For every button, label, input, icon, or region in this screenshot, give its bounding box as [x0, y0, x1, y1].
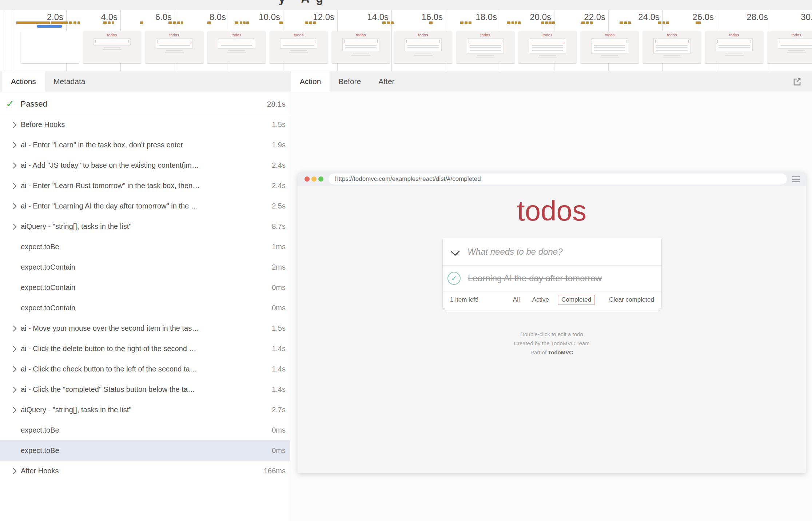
- action-tick-mark: [181, 21, 183, 24]
- action-row[interactable]: ai - Enter "Learning AI the day after to…: [0, 196, 290, 216]
- thumbnail-mini-card: [467, 38, 504, 54]
- todo-item[interactable]: ✓ Learning AI the day after tomorrow: [443, 266, 661, 291]
- expand-chevron-icon[interactable]: [11, 183, 17, 189]
- action-row[interactable]: ai - Enter "Learn" in the task box, don'…: [0, 135, 290, 155]
- action-row-label: aiQuery - "string[], tasks in the list": [21, 222, 270, 231]
- action-row[interactable]: After Hooks166ms: [0, 461, 290, 481]
- address-bar[interactable]: https://todomvc.com/examples/react/dist/…: [329, 174, 787, 184]
- expand-chevron-icon[interactable]: [11, 122, 17, 128]
- action-row[interactable]: expect.toContain0ms: [0, 298, 290, 318]
- tab-actions[interactable]: Actions: [2, 71, 45, 92]
- action-row-label: aiQuery - "string[], tasks in the list": [21, 406, 270, 414]
- action-tick-mark: [382, 21, 386, 24]
- action-row-label: ai - Click the delete button to the righ…: [21, 345, 270, 353]
- todomvc-link[interactable]: TodoMVC: [548, 349, 573, 355]
- thumbnail-mini-card: [591, 38, 628, 54]
- action-row[interactable]: expect.toBe1ms: [0, 236, 290, 257]
- action-tick-mark: [108, 21, 111, 24]
- thumbnail-mini-task-line: [345, 47, 377, 48]
- thumbnail-mini-hint-line: [414, 55, 433, 56]
- action-row[interactable]: ai - Move your mouse over the second ite…: [0, 318, 290, 338]
- filmstrip-thumbnail[interactable]: todos: [145, 31, 203, 63]
- filmstrip-thumbnail[interactable]: todos: [643, 31, 701, 63]
- action-row[interactable]: expect.toBe0ms: [0, 440, 290, 461]
- filter-active[interactable]: Active: [529, 295, 553, 305]
- action-tick-mark: [69, 21, 72, 24]
- expand-chevron-icon[interactable]: [11, 142, 17, 148]
- thumbnail-mini-hint-line: [662, 57, 681, 58]
- expand-chevron-icon[interactable]: [11, 346, 17, 352]
- expand-chevron-icon[interactable]: [11, 224, 17, 230]
- expand-chevron-icon[interactable]: [11, 387, 17, 393]
- thumbnail-mini-input: [593, 40, 626, 43]
- todomvc-app: todos What needs to be done? ✓ Learning …: [298, 186, 806, 473]
- timeline[interactable]: 2.0s4.0s6.0s8.0s10.0s12.0s14.0s16.0s18.0…: [0, 0, 812, 71]
- tab-before[interactable]: Before: [330, 71, 370, 92]
- filmstrip-thumbnail[interactable]: todos: [518, 31, 577, 63]
- filmstrip-thumbnail[interactable]: todos: [270, 31, 328, 63]
- filmstrip-thumbnail[interactable]: todos: [207, 31, 266, 63]
- todo-completed-check-icon[interactable]: ✓: [447, 272, 461, 285]
- action-row[interactable]: ai - Enter "Learn Rust tomorrow" in the …: [0, 175, 290, 196]
- action-tick-mark: [469, 21, 471, 24]
- open-in-new-tab-icon[interactable]: [792, 76, 803, 87]
- filmstrip-thumbnail[interactable]: todos: [581, 31, 639, 63]
- action-row[interactable]: ai - Click the check button to the left …: [0, 359, 290, 379]
- filmstrip-thumbnail[interactable]: todos: [767, 31, 812, 63]
- expand-chevron-icon[interactable]: [11, 163, 17, 169]
- thumbnail-mini-input: [95, 40, 129, 43]
- action-row[interactable]: ai - Click the delete button to the righ…: [0, 338, 290, 359]
- action-row[interactable]: expect.toBe0ms: [0, 420, 290, 440]
- action-row[interactable]: ai - Add "JS today" to base on the exist…: [0, 155, 290, 175]
- action-row[interactable]: expect.toContain0ms: [0, 277, 290, 298]
- thumbnail-mini-task-line: [283, 45, 314, 46]
- hint-credits: Created by the TodoMVC Team: [298, 339, 806, 348]
- new-todo-placeholder: What needs to be done?: [467, 247, 563, 257]
- selected-action-time-bar: [37, 25, 62, 28]
- thumbnail-mini-card: [716, 38, 753, 51]
- action-row[interactable]: aiQuery - "string[], tasks in the list"2…: [0, 399, 290, 420]
- expand-chevron-icon[interactable]: [11, 326, 17, 332]
- tab-after[interactable]: After: [370, 71, 403, 92]
- filmstrip-thumbnail[interactable]: [21, 31, 79, 63]
- new-todo-input[interactable]: What needs to be done?: [443, 238, 661, 266]
- traffic-light-close-icon: [304, 176, 310, 182]
- expand-chevron-icon[interactable]: [11, 366, 17, 373]
- thumbnail-mini-task-line: [159, 45, 190, 46]
- action-tick-mark: [305, 21, 308, 24]
- action-tick-mark: [168, 21, 172, 24]
- timeline-origin-line: [4, 10, 4, 71]
- filmstrip-thumbnail[interactable]: todos: [332, 31, 390, 63]
- tab-action[interactable]: Action: [291, 71, 330, 92]
- tab-metadata[interactable]: Metadata: [45, 71, 94, 92]
- thumbnail-mini-task-line: [594, 47, 625, 48]
- timeline-tick-label: 10.0s: [226, 12, 280, 22]
- action-row[interactable]: Before Hooks1.5s: [0, 114, 290, 135]
- clear-completed-button[interactable]: Clear completed: [609, 296, 654, 303]
- action-tick-mark: [662, 21, 665, 24]
- timeline-tick-label: 14.0s: [334, 12, 389, 22]
- action-row-duration: 1.9s: [272, 141, 286, 149]
- expand-chevron-icon[interactable]: [11, 203, 17, 210]
- toggle-all-chevron-icon[interactable]: [450, 247, 459, 256]
- action-row[interactable]: aiQuery - "string[], tasks in the list"8…: [0, 216, 290, 236]
- expand-chevron-icon[interactable]: [11, 407, 17, 413]
- action-tick-mark: [246, 21, 249, 24]
- action-tick-mark: [429, 21, 433, 24]
- thumbnail-mini-input: [344, 40, 378, 43]
- action-row[interactable]: expect.toContain2ms: [0, 257, 290, 277]
- action-row-label: Before Hooks: [21, 120, 270, 129]
- filter-all[interactable]: All: [509, 295, 524, 305]
- action-row-duration: 2ms: [272, 263, 286, 271]
- thumbnail-mini-task-line: [594, 45, 625, 46]
- filter-completed[interactable]: Completed: [558, 295, 595, 305]
- filmstrip-thumbnail[interactable]: todos: [705, 31, 763, 63]
- filmstrip-thumbnail[interactable]: todos: [456, 31, 514, 63]
- expand-chevron-icon[interactable]: [11, 468, 17, 474]
- filmstrip-thumbnail[interactable]: todos: [394, 31, 452, 63]
- action-row[interactable]: ai - Click the "completed" Status button…: [0, 379, 290, 399]
- filmstrip-thumbnail[interactable]: todos: [83, 31, 141, 63]
- action-row-duration: 1ms: [272, 243, 286, 251]
- action-tick-mark: [235, 21, 238, 24]
- test-status-row[interactable]: ✓ Passed 28.1s: [0, 94, 290, 114]
